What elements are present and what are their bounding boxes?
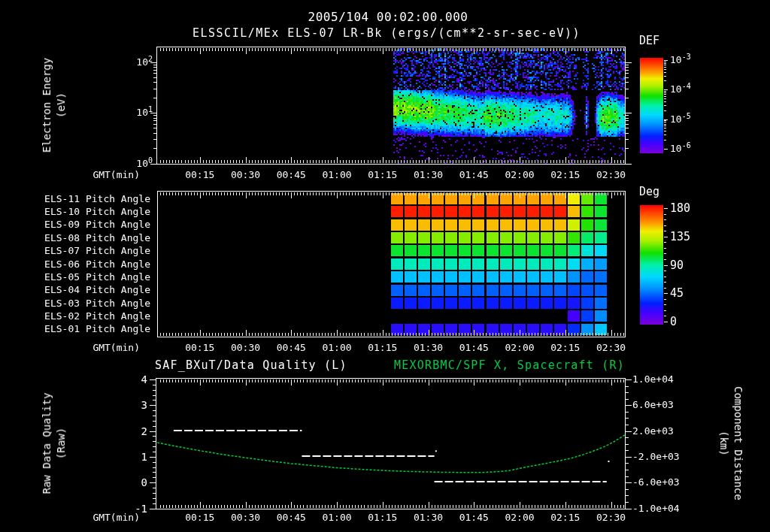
deg-colorbar-title: Deg <box>639 185 659 198</box>
distance-y-axis-label: Component Distance (km) <box>717 386 745 500</box>
spectrogram-y-axis-label: Electron Energy (eV) <box>40 58 68 153</box>
right-plot-title: MEXORBMC/SPF X, Spacecraft (R) <box>394 358 625 372</box>
quality-y-axis-label: Raw Data Quality (Raw) <box>40 393 68 494</box>
def-colorbar <box>640 58 663 153</box>
plot-stage: 2005/104 00:02:00.000 ELSSCIL/MEx ELS-07… <box>0 0 770 532</box>
plot-title: ELSSCIL/MEx ELS-07 LR-Bk (ergs/(cm**2-sr… <box>192 26 581 40</box>
def-colorbar-title: DEF <box>639 34 659 47</box>
plot-datetime: 2005/104 00:02:00.000 <box>308 10 468 24</box>
deg-colorbar <box>640 205 663 325</box>
left-plot-title: SAF_BXuT/Data Quality (L) <box>155 358 347 372</box>
